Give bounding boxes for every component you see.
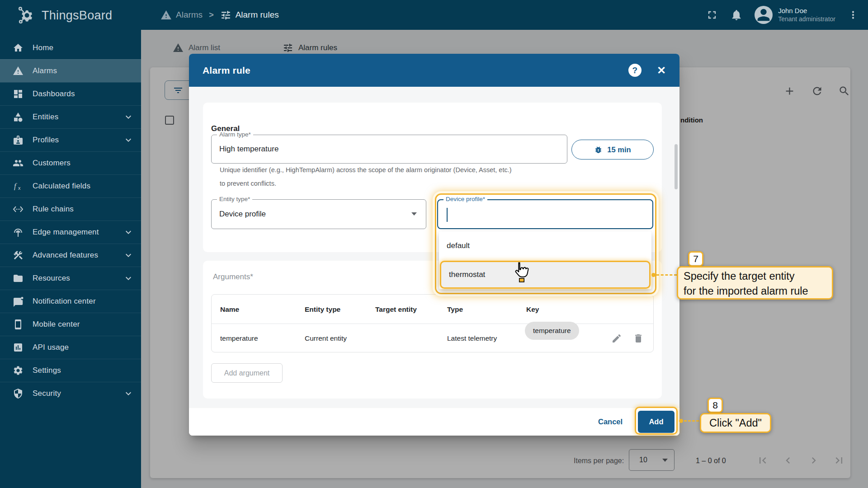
sidebar-item-advanced-features[interactable]: Advanced features [0, 244, 141, 267]
sidebar-item-dashboards[interactable]: Dashboards [0, 82, 141, 105]
cancel-button[interactable]: Cancel [598, 408, 623, 436]
sidebar-item-label: Security [33, 389, 123, 398]
sidebar-item-security[interactable]: Security [0, 382, 141, 405]
dialog-scrollbar[interactable] [675, 144, 678, 189]
sidebar-item-label: Notification center [33, 297, 134, 306]
annotation-dot-7 [651, 273, 656, 277]
sidebar-item-resources[interactable]: Resources [0, 267, 141, 290]
shield-icon [13, 388, 24, 399]
breadcrumb-alarm-rules[interactable]: Alarm rules [220, 9, 279, 21]
entity-type-select[interactable]: Entity type* Device profile [211, 199, 426, 229]
dashboard-icon [13, 89, 24, 99]
sidebar-item-mobile-center[interactable]: Mobile center [0, 313, 141, 336]
smartphone-icon [13, 319, 24, 330]
annotation-callout-7: Specify the target entity for the import… [677, 266, 833, 300]
sidebar: HomeAlarmsDashboardsEntitiesProfilesCust… [0, 30, 141, 488]
chevron-down-icon [123, 388, 134, 399]
edit-icon[interactable] [611, 333, 622, 344]
user-menu[interactable]: John Doe Tenant administrator [755, 6, 835, 24]
key-chip: temperature [525, 322, 579, 340]
badge-icon [13, 135, 24, 145]
alarm-type-input[interactable]: Alarm type* High temperature [211, 135, 567, 164]
add-argument-button[interactable]: Add argument [211, 363, 283, 383]
alarm-rule-dialog: Alarm rule ? ✕ General Alarm type* High … [189, 54, 679, 436]
annotation-callout-8: Click "Add" [700, 413, 771, 433]
sidebar-item-settings[interactable]: Settings [0, 359, 141, 382]
logo: ThingsBoard [17, 6, 112, 25]
gear-icon [13, 365, 24, 376]
annotation-step-number-7: 7 [688, 251, 703, 267]
tune-icon [220, 9, 231, 21]
column-header-target-entity: Target entity [375, 305, 417, 314]
arguments-table: NameEntity typeTarget entityTypeKey temp… [211, 294, 654, 352]
annotation-connector-7 [656, 274, 677, 276]
sidebar-item-label: Calculated fields [33, 182, 134, 191]
sidebar-item-edge-management[interactable]: Edge management [0, 221, 141, 244]
breadcrumb: Alarms > Alarm rules [160, 0, 279, 30]
sidebar-item-entities[interactable]: Entities [0, 105, 141, 128]
notifications-bell-icon[interactable] [730, 9, 743, 21]
schedule-duration-chip[interactable]: 15 min [571, 140, 654, 160]
ethernet-icon [13, 204, 24, 215]
column-header-name: Name [220, 305, 239, 314]
appbar-actions: John Doe Tenant administrator [706, 0, 859, 30]
sidebar-item-home[interactable]: Home [0, 36, 141, 59]
user-name: John Doe [778, 7, 835, 15]
sidebar-item-label: Entities [33, 113, 123, 122]
sidebar-item-profiles[interactable]: Profiles [0, 128, 141, 151]
sidebar-item-rule-chains[interactable]: Rule chains [0, 197, 141, 221]
dropdown-option-thermostat[interactable]: thermostat [440, 261, 651, 289]
text-cursor [447, 208, 448, 222]
chevron-down-icon [411, 212, 417, 216]
sidebar-item-label: Alarms [33, 66, 134, 75]
sidebar-item-customers[interactable]: Customers [0, 151, 141, 174]
help-icon[interactable]: ? [628, 64, 642, 77]
cell: Latest telemetry [447, 334, 497, 343]
more-vert-icon[interactable] [847, 9, 859, 21]
people-icon [13, 158, 24, 169]
folder-icon [13, 273, 24, 284]
sidebar-item-label: API usage [33, 343, 134, 352]
chevron-down-icon [123, 227, 134, 238]
chevron-down-icon [123, 112, 134, 122]
hand-cursor [512, 261, 531, 283]
sidebar-item-notification-center[interactable]: Notification center [0, 290, 141, 313]
home-icon [13, 42, 24, 53]
dropdown-option-default[interactable]: default [439, 231, 651, 260]
device-profile-input[interactable]: Device profile* [437, 199, 653, 229]
svg-text:x: x [18, 185, 21, 191]
sidebar-item-label: Edge management [33, 228, 123, 237]
column-header-type: Type [447, 305, 463, 314]
fullscreen-icon[interactable] [706, 9, 718, 21]
shapes-icon [13, 112, 24, 122]
app-header: ThingsBoard Alarms > Alarm rules John Do… [0, 0, 868, 30]
sidebar-item-label: Profiles [33, 136, 123, 145]
sidebar-item-label: Rule chains [33, 205, 134, 214]
table-divider [212, 324, 653, 324]
notification-chat-icon [13, 296, 24, 307]
sidebar-item-api-usage[interactable]: API usage [0, 336, 141, 359]
device-profile-dropdown: defaultthermostat [439, 231, 651, 289]
fx-icon: fx [13, 181, 24, 192]
sidebar-item-label: Home [33, 43, 134, 52]
sidebar-item-label: Advanced features [33, 251, 123, 260]
dialog-header: Alarm rule ? ✕ [189, 54, 679, 87]
sidebar-item-label: Customers [33, 159, 134, 168]
close-icon[interactable]: ✕ [657, 65, 666, 76]
warning-icon [160, 9, 172, 21]
breadcrumb-alarms[interactable]: Alarms [160, 9, 203, 21]
sidebar-item-label: Mobile center [33, 320, 134, 329]
annotation-dot-8 [679, 419, 683, 423]
alarm-type-hint-line1: Unique identifier (e.g., HighTempAlarm) … [220, 166, 512, 174]
chevron-down-icon [123, 250, 134, 261]
svg-text:f: f [14, 182, 17, 190]
construction-icon [13, 250, 24, 261]
sidebar-item-calculated-fields[interactable]: fxCalculated fields [0, 174, 141, 197]
sidebar-item-alarms[interactable]: Alarms [0, 59, 141, 82]
delete-icon[interactable] [633, 333, 644, 344]
thingsboard-logo-icon [17, 6, 36, 25]
chevron-down-icon [123, 273, 134, 284]
sidebar-item-label: Settings [33, 366, 134, 375]
antenna-icon [13, 227, 24, 238]
chart-icon [13, 342, 24, 353]
